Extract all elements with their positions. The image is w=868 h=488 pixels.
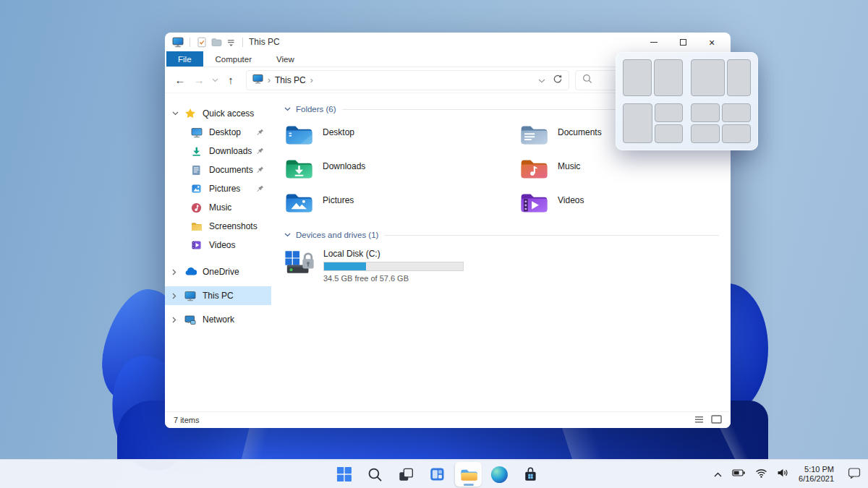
sidebar-item-screenshots[interactable]: Screenshots	[165, 217, 271, 236]
up-button[interactable]: ↑	[221, 71, 240, 90]
thispc-window-icon	[171, 35, 185, 49]
taskbar: 5:10 PM 6/16/2021	[0, 459, 868, 488]
onedrive-icon	[184, 266, 197, 278]
thumbnail-view-icon[interactable]	[711, 415, 722, 425]
snap-layout-half-plus-quarters[interactable]	[623, 103, 683, 144]
close-button[interactable]: ×	[697, 33, 726, 52]
search-icon	[582, 74, 592, 86]
thispc-icon	[184, 290, 197, 302]
microsoft-store-button[interactable]	[517, 462, 544, 487]
disk-usage-bar	[323, 262, 464, 271]
drive-free-space: 34.5 GB free of 57.6 GB	[323, 274, 464, 283]
sidebar-item-music[interactable]: Music	[165, 198, 271, 217]
chevron-down-icon[interactable]	[172, 111, 184, 116]
snap-layout-two-halves[interactable]	[623, 59, 683, 96]
snap-layout-quad[interactable]	[691, 103, 751, 144]
sidebar-item-downloads[interactable]: Downloads	[165, 142, 271, 160]
breadcrumb-separator[interactable]: ›	[310, 75, 313, 85]
search-icon	[367, 467, 383, 482]
edge-button[interactable]	[486, 462, 513, 487]
music-icon	[191, 202, 203, 214]
sidebar-item-onedrive[interactable]: OneDrive	[165, 262, 271, 281]
navigation-pane: Quick access Desktop Downloads Documents	[165, 93, 271, 401]
sidebar-item-this-pc[interactable]: This PC	[165, 286, 271, 305]
chevron-right-icon[interactable]	[172, 269, 184, 275]
snap-layouts-flyout	[616, 52, 758, 150]
desktop-folder-icon	[284, 122, 314, 147]
pictures-icon	[191, 183, 203, 195]
star-icon	[184, 108, 197, 120]
new-folder-button[interactable]	[209, 35, 224, 49]
chevron-right-icon[interactable]	[172, 293, 184, 299]
desktop-icon	[191, 127, 203, 139]
drive-item-local-disk-c[interactable]: Local Disk (C:) 34.5 GB free of 57.6 GB	[284, 249, 719, 283]
task-view-button[interactable]	[393, 462, 420, 487]
clock-date: 6/16/2021	[799, 474, 834, 484]
sidebar-item-quick-access[interactable]: Quick access	[165, 104, 271, 123]
properties-button[interactable]	[195, 35, 209, 49]
status-bar: 7 items	[165, 411, 731, 428]
taskbar-clock[interactable]: 5:10 PM 6/16/2021	[799, 465, 834, 484]
sidebar-item-desktop[interactable]: Desktop	[165, 123, 271, 142]
volume-icon[interactable]	[777, 468, 789, 481]
clock-time: 5:10 PM	[799, 465, 834, 474]
divider	[190, 38, 190, 47]
window-controls: ×	[639, 33, 726, 52]
music-folder-icon	[519, 156, 549, 181]
refresh-icon[interactable]	[553, 74, 563, 86]
breadcrumb[interactable]: This PC	[275, 75, 306, 85]
videos-icon	[191, 239, 203, 252]
downloads-folder-icon	[284, 156, 314, 181]
folder-item-music[interactable]: Music	[519, 156, 719, 181]
folder-item-videos[interactable]: Videos	[519, 190, 719, 215]
taskbar-search-button[interactable]	[362, 462, 388, 487]
network-icon	[184, 314, 197, 326]
notification-center-icon[interactable]	[848, 467, 861, 481]
pin-icon	[256, 166, 264, 174]
recent-locations-chevron[interactable]	[208, 71, 221, 90]
sidebar-item-documents[interactable]: Documents	[165, 160, 271, 179]
pin-icon	[256, 129, 264, 137]
widgets-button[interactable]	[424, 462, 451, 487]
group-header-devices[interactable]: Devices and drives (1)	[284, 228, 719, 242]
tab-computer[interactable]: Computer	[203, 51, 265, 67]
desktop: This PC × File Computer View ← → ↑	[0, 0, 868, 488]
tab-file[interactable]: File	[166, 51, 203, 67]
windows-logo-icon	[336, 466, 352, 482]
task-view-icon	[398, 466, 414, 483]
snap-layout-two-unequal[interactable]	[691, 59, 751, 96]
file-explorer-icon	[459, 467, 477, 482]
sidebar-item-network[interactable]: Network	[165, 310, 271, 329]
chevron-down-icon	[284, 233, 291, 237]
tab-view[interactable]: View	[264, 51, 307, 67]
system-tray: 5:10 PM 6/16/2021	[713, 460, 861, 488]
back-button[interactable]: ←	[171, 71, 190, 90]
start-button[interactable]	[331, 462, 357, 487]
folder-item-downloads[interactable]: Downloads	[284, 156, 519, 181]
details-view-icon[interactable]	[694, 416, 704, 425]
forward-button[interactable]: →	[190, 71, 208, 90]
videos-folder-icon	[519, 190, 549, 215]
sidebar-item-videos[interactable]: Videos	[165, 236, 271, 254]
items-count: 7 items	[174, 416, 199, 424]
folder-item-pictures[interactable]: Pictures	[284, 190, 519, 215]
location-monitor-icon	[252, 74, 263, 86]
file-explorer-button[interactable]	[455, 462, 482, 487]
pictures-folder-icon	[284, 190, 314, 215]
address-dropdown-chevron[interactable]	[538, 75, 545, 85]
address-bar[interactable]: › This PC ›	[246, 70, 569, 90]
window-title: This PC	[249, 37, 280, 47]
sidebar-item-pictures[interactable]: Pictures	[165, 179, 271, 198]
divider	[242, 38, 243, 47]
minimize-button[interactable]	[639, 33, 668, 52]
battery-icon[interactable]	[732, 468, 746, 481]
divider	[384, 235, 719, 236]
folder-item-desktop[interactable]: Desktop	[284, 122, 519, 147]
store-icon	[522, 466, 539, 483]
hidden-icons-chevron[interactable]	[713, 468, 723, 481]
maximize-button[interactable]	[668, 33, 697, 52]
title-bar[interactable]: This PC ×	[165, 33, 731, 51]
customize-toolbar-button[interactable]	[224, 35, 238, 49]
wifi-icon[interactable]	[755, 468, 767, 481]
chevron-right-icon[interactable]	[172, 317, 184, 323]
